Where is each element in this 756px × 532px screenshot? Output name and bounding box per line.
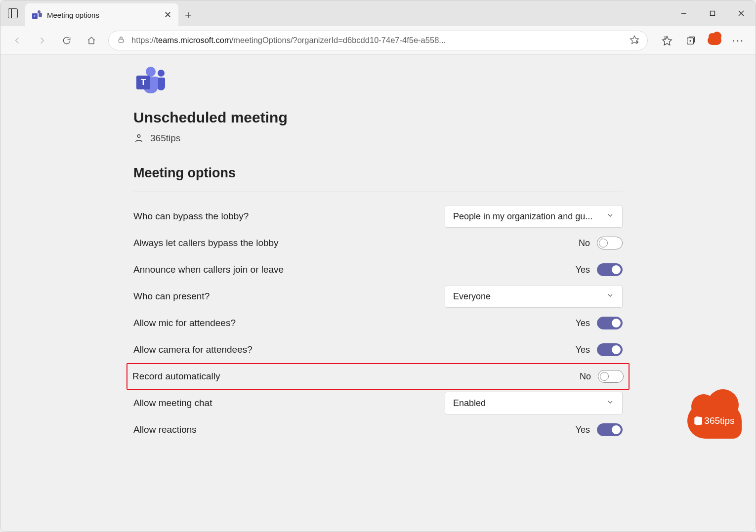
option-allow-camera: Allow camera for attendees? Yes: [133, 336, 623, 363]
chevron-down-icon: [606, 211, 614, 221]
new-tab-button[interactable]: ＋: [178, 3, 198, 26]
meeting-options-content: T Unscheduled meeting 365tips Meeting op…: [133, 55, 623, 473]
lock-icon: [117, 35, 126, 46]
person-icon: [133, 133, 144, 144]
teams-favicon-icon: T: [32, 10, 42, 20]
window-controls: [670, 0, 756, 26]
office-icon: [694, 416, 702, 425]
bypass-lobby-select[interactable]: People in my organization and gu...: [445, 205, 623, 228]
toggle-value: Yes: [574, 265, 590, 275]
svg-marker-8: [663, 36, 672, 44]
option-label: Who can bypass the lobby?: [133, 211, 445, 222]
favorites-button[interactable]: [656, 30, 678, 51]
refresh-button[interactable]: [56, 30, 78, 51]
browser-tab[interactable]: T Meeting options ✕: [25, 3, 178, 26]
page-viewport[interactable]: T Unscheduled meeting 365tips Meeting op…: [0, 55, 756, 532]
toggle-value: Yes: [574, 345, 590, 355]
toggle-value: No: [574, 238, 590, 248]
select-value: Everyone: [453, 291, 601, 302]
chevron-down-icon: [606, 398, 614, 408]
present-select[interactable]: Everyone: [445, 285, 623, 308]
option-label: Who can present?: [133, 291, 445, 302]
option-present: Who can present? Everyone: [133, 283, 623, 310]
minimize-button[interactable]: [670, 0, 698, 26]
url-text: https://teams.microsoft.com/meetingOptio…: [131, 36, 624, 45]
toggle-value: Yes: [574, 425, 590, 435]
option-meeting-chat: Allow meeting chat Enabled: [133, 390, 623, 416]
watermark-365tips-badge: 365tips: [687, 403, 742, 439]
title-bar: T Meeting options ✕ ＋: [0, 0, 756, 26]
back-button[interactable]: [6, 30, 28, 51]
svg-rect-4: [119, 39, 124, 42]
svg-rect-1: [711, 11, 715, 16]
option-label: Allow mic for attendees?: [133, 318, 574, 328]
more-button[interactable]: ···: [727, 30, 750, 51]
option-announce: Announce when callers join or leave Yes: [133, 256, 623, 283]
close-window-button[interactable]: [727, 0, 756, 26]
svg-point-14: [137, 135, 140, 138]
option-label: Allow meeting chat: [133, 398, 445, 409]
section-heading: Meeting options: [133, 165, 623, 192]
callers-bypass-toggle[interactable]: [597, 237, 623, 249]
option-label: Allow camera for attendees?: [133, 344, 574, 355]
select-value: People in my organization and gu...: [453, 211, 601, 222]
home-button[interactable]: [81, 30, 102, 51]
url-input[interactable]: https://teams.microsoft.com/meetingOptio…: [108, 31, 648, 50]
allow-mic-toggle[interactable]: [597, 317, 623, 329]
option-label: Announce when callers join or leave: [133, 264, 574, 275]
toggle-value: Yes: [574, 318, 590, 328]
more-icon: ···: [732, 34, 744, 47]
option-allow-mic: Allow mic for attendees? Yes: [133, 310, 623, 336]
extension-365tips-button[interactable]: [703, 30, 726, 51]
option-label: Always let callers bypass the lobby: [133, 238, 574, 248]
watermark-text: 365tips: [687, 403, 742, 439]
chevron-down-icon: [606, 291, 614, 301]
address-bar: https://teams.microsoft.com/meetingOptio…: [0, 26, 756, 55]
toggle-value: No: [575, 371, 591, 382]
tab-close-button[interactable]: ✕: [164, 9, 171, 20]
option-bypass-lobby: Who can bypass the lobby? People in my o…: [133, 203, 623, 230]
toolbar-right: ···: [654, 30, 750, 51]
maximize-button[interactable]: [698, 0, 727, 26]
option-label: Record automatically: [132, 371, 575, 382]
forward-button[interactable]: [31, 30, 53, 51]
meeting-chat-select[interactable]: Enabled: [445, 392, 623, 414]
collections-button[interactable]: [679, 30, 702, 51]
allow-camera-toggle[interactable]: [597, 343, 623, 356]
organizer-row: 365tips: [133, 133, 623, 144]
option-record-auto: Record automatically No: [126, 363, 630, 390]
tab-overview-icon: [8, 8, 18, 18]
option-callers-bypass: Always let callers bypass the lobby No: [133, 230, 623, 256]
select-value: Enabled: [453, 398, 601, 409]
organizer-name: 365tips: [150, 133, 180, 144]
announce-toggle[interactable]: [597, 263, 623, 276]
option-reactions: Allow reactions Yes: [133, 416, 623, 443]
reactions-toggle[interactable]: [597, 423, 623, 436]
tab-overview-button[interactable]: [0, 0, 25, 26]
teams-logo-icon: T: [136, 67, 166, 94]
option-label: Allow reactions: [133, 424, 574, 435]
record-auto-toggle[interactable]: [598, 370, 624, 383]
cloud-icon: [708, 36, 721, 45]
meeting-title: Unscheduled meeting: [133, 109, 623, 126]
favorite-button[interactable]: [630, 35, 639, 46]
tab-title: Meeting options: [47, 11, 159, 19]
